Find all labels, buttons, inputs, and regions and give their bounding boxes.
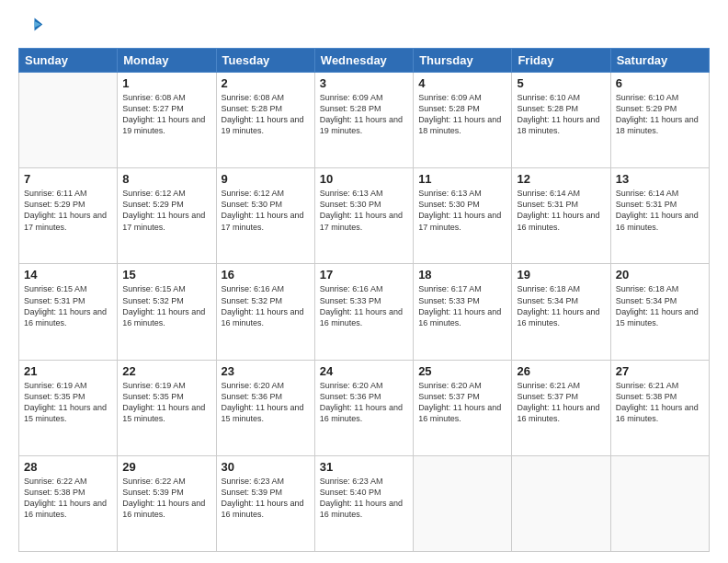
calendar-cell: 6Sunrise: 6:10 AM Sunset: 5:29 PM Daylig… [610, 73, 709, 168]
calendar-cell: 16Sunrise: 6:16 AM Sunset: 5:32 PM Dayli… [216, 264, 314, 360]
day-info: Sunrise: 6:16 AM Sunset: 5:33 PM Dayligh… [320, 283, 408, 328]
day-info: Sunrise: 6:11 AM Sunset: 5:29 PM Dayligh… [24, 188, 112, 233]
day-number: 11 [418, 172, 506, 186]
calendar-cell: 18Sunrise: 6:17 AM Sunset: 5:33 PM Dayli… [414, 264, 512, 360]
day-info: Sunrise: 6:09 AM Sunset: 5:28 PM Dayligh… [320, 92, 408, 137]
calendar-cell: 9Sunrise: 6:12 AM Sunset: 5:30 PM Daylig… [216, 168, 314, 264]
calendar-cell: 20Sunrise: 6:18 AM Sunset: 5:34 PM Dayli… [610, 264, 709, 360]
weekday-header-thursday: Thursday [414, 49, 512, 73]
day-info: Sunrise: 6:19 AM Sunset: 5:35 PM Dayligh… [122, 380, 210, 425]
logo-icon [18, 15, 44, 40]
day-info: Sunrise: 6:08 AM Sunset: 5:28 PM Dayligh… [222, 92, 310, 137]
day-number: 18 [418, 268, 506, 282]
day-info: Sunrise: 6:15 AM Sunset: 5:31 PM Dayligh… [24, 283, 112, 328]
day-info: Sunrise: 6:10 AM Sunset: 5:28 PM Dayligh… [517, 92, 605, 137]
calendar-cell [610, 455, 709, 551]
weekday-header-sunday: Sunday [19, 49, 118, 73]
day-info: Sunrise: 6:23 AM Sunset: 5:39 PM Dayligh… [222, 476, 310, 521]
calendar-cell: 25Sunrise: 6:20 AM Sunset: 5:37 PM Dayli… [414, 360, 512, 455]
day-number: 6 [616, 76, 704, 90]
weekday-header-row: SundayMondayTuesdayWednesdayThursdayFrid… [19, 49, 710, 73]
calendar-cell [512, 455, 610, 551]
day-number: 27 [616, 364, 704, 378]
calendar-cell: 4Sunrise: 6:09 AM Sunset: 5:28 PM Daylig… [414, 73, 512, 168]
weekday-header-friday: Friday [512, 49, 610, 73]
weekday-header-tuesday: Tuesday [216, 49, 314, 73]
day-number: 10 [320, 172, 408, 186]
day-info: Sunrise: 6:12 AM Sunset: 5:29 PM Dayligh… [122, 188, 210, 233]
calendar-cell: 17Sunrise: 6:16 AM Sunset: 5:33 PM Dayli… [314, 264, 413, 360]
day-info: Sunrise: 6:08 AM Sunset: 5:27 PM Dayligh… [122, 92, 210, 137]
day-info: Sunrise: 6:18 AM Sunset: 5:34 PM Dayligh… [517, 283, 605, 328]
day-number: 16 [222, 268, 310, 282]
day-number: 19 [517, 268, 605, 282]
day-number: 22 [122, 364, 210, 378]
calendar-cell: 23Sunrise: 6:20 AM Sunset: 5:36 PM Dayli… [216, 360, 314, 455]
calendar-cell: 13Sunrise: 6:14 AM Sunset: 5:31 PM Dayli… [610, 168, 709, 264]
day-info: Sunrise: 6:22 AM Sunset: 5:38 PM Dayligh… [24, 476, 112, 521]
day-info: Sunrise: 6:21 AM Sunset: 5:37 PM Dayligh… [517, 380, 605, 425]
day-info: Sunrise: 6:22 AM Sunset: 5:39 PM Dayligh… [122, 476, 210, 521]
calendar-cell: 31Sunrise: 6:23 AM Sunset: 5:40 PM Dayli… [314, 455, 413, 551]
day-number: 5 [517, 76, 605, 90]
calendar-cell: 8Sunrise: 6:12 AM Sunset: 5:29 PM Daylig… [118, 168, 216, 264]
calendar-cell: 22Sunrise: 6:19 AM Sunset: 5:35 PM Dayli… [118, 360, 216, 455]
calendar-cell: 11Sunrise: 6:13 AM Sunset: 5:30 PM Dayli… [414, 168, 512, 264]
day-number: 14 [24, 268, 112, 282]
calendar-cell [414, 455, 512, 551]
calendar-cell: 5Sunrise: 6:10 AM Sunset: 5:28 PM Daylig… [512, 73, 610, 168]
day-info: Sunrise: 6:19 AM Sunset: 5:35 PM Dayligh… [24, 380, 112, 425]
day-number: 3 [320, 76, 408, 90]
weekday-header-saturday: Saturday [610, 49, 709, 73]
calendar-cell: 26Sunrise: 6:21 AM Sunset: 5:37 PM Dayli… [512, 360, 610, 455]
day-info: Sunrise: 6:20 AM Sunset: 5:36 PM Dayligh… [222, 380, 310, 425]
calendar-cell: 24Sunrise: 6:20 AM Sunset: 5:36 PM Dayli… [314, 360, 413, 455]
day-number: 4 [418, 76, 506, 90]
calendar-cell: 19Sunrise: 6:18 AM Sunset: 5:34 PM Dayli… [512, 264, 610, 360]
day-info: Sunrise: 6:15 AM Sunset: 5:32 PM Dayligh… [122, 283, 210, 328]
day-number: 29 [122, 460, 210, 474]
day-info: Sunrise: 6:09 AM Sunset: 5:28 PM Dayligh… [418, 92, 506, 137]
calendar-cell: 27Sunrise: 6:21 AM Sunset: 5:38 PM Dayli… [610, 360, 709, 455]
calendar-cell: 14Sunrise: 6:15 AM Sunset: 5:31 PM Dayli… [19, 264, 118, 360]
day-number: 8 [122, 172, 210, 186]
calendar-cell [19, 73, 118, 168]
calendar-cell: 10Sunrise: 6:13 AM Sunset: 5:30 PM Dayli… [314, 168, 413, 264]
day-number: 17 [320, 268, 408, 282]
day-info: Sunrise: 6:21 AM Sunset: 5:38 PM Dayligh… [616, 380, 704, 425]
day-number: 25 [418, 364, 506, 378]
logo [18, 15, 48, 40]
calendar-cell: 21Sunrise: 6:19 AM Sunset: 5:35 PM Dayli… [19, 360, 118, 455]
day-info: Sunrise: 6:17 AM Sunset: 5:33 PM Dayligh… [418, 283, 506, 328]
day-info: Sunrise: 6:14 AM Sunset: 5:31 PM Dayligh… [517, 188, 605, 233]
header [18, 15, 710, 40]
day-number: 23 [222, 364, 310, 378]
day-number: 9 [222, 172, 310, 186]
calendar-cell: 15Sunrise: 6:15 AM Sunset: 5:32 PM Dayli… [118, 264, 216, 360]
weekday-header-monday: Monday [118, 49, 216, 73]
day-info: Sunrise: 6:20 AM Sunset: 5:36 PM Dayligh… [320, 380, 408, 425]
day-number: 2 [222, 76, 310, 90]
day-number: 24 [320, 364, 408, 378]
day-number: 26 [517, 364, 605, 378]
calendar-cell: 1Sunrise: 6:08 AM Sunset: 5:27 PM Daylig… [118, 73, 216, 168]
calendar-cell: 28Sunrise: 6:22 AM Sunset: 5:38 PM Dayli… [19, 455, 118, 551]
day-number: 30 [222, 460, 310, 474]
day-number: 12 [517, 172, 605, 186]
day-info: Sunrise: 6:13 AM Sunset: 5:30 PM Dayligh… [320, 188, 408, 233]
day-info: Sunrise: 6:16 AM Sunset: 5:32 PM Dayligh… [222, 283, 310, 328]
calendar-cell: 12Sunrise: 6:14 AM Sunset: 5:31 PM Dayli… [512, 168, 610, 264]
day-info: Sunrise: 6:13 AM Sunset: 5:30 PM Dayligh… [418, 188, 506, 233]
week-row-4: 21Sunrise: 6:19 AM Sunset: 5:35 PM Dayli… [19, 360, 710, 455]
calendar-cell: 29Sunrise: 6:22 AM Sunset: 5:39 PM Dayli… [118, 455, 216, 551]
day-info: Sunrise: 6:18 AM Sunset: 5:34 PM Dayligh… [616, 283, 704, 328]
day-number: 13 [616, 172, 704, 186]
day-number: 7 [24, 172, 112, 186]
day-number: 21 [24, 364, 112, 378]
calendar-cell: 2Sunrise: 6:08 AM Sunset: 5:28 PM Daylig… [216, 73, 314, 168]
day-number: 20 [616, 268, 704, 282]
calendar-cell: 30Sunrise: 6:23 AM Sunset: 5:39 PM Dayli… [216, 455, 314, 551]
day-number: 31 [320, 460, 408, 474]
page: SundayMondayTuesdayWednesdayThursdayFrid… [0, 0, 728, 563]
week-row-5: 28Sunrise: 6:22 AM Sunset: 5:38 PM Dayli… [19, 455, 710, 551]
